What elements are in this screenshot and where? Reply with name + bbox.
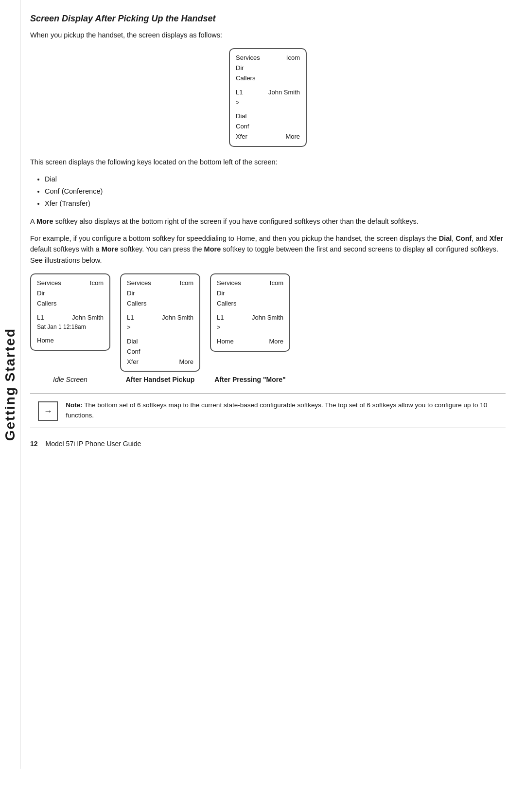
single-phone-screen: Services Icom Dir Callers L1 John Smith … [229, 48, 307, 146]
main-content: Screen Display After Picking Up the Hand… [30, 0, 506, 467]
pickup-row-8: Xfer More [127, 357, 193, 367]
three-screens-row: Services Icom Dir Callers L1 John Smith … [30, 273, 506, 372]
screen-labels-row: Idle Screen After Handset Pickup After P… [30, 376, 506, 383]
sidebar-tab: Getting Started [0, 0, 20, 769]
l1-label: L1 [236, 88, 243, 98]
pickup-row-2: Dir [127, 289, 193, 299]
bullet-item-dial: Dial [45, 173, 506, 185]
screen-row-7: Conf [236, 122, 300, 132]
chevron-label: > [236, 98, 240, 108]
idle-row-5: Sat Jan 1 12:18am [37, 323, 104, 332]
screen-row-3: Callers [236, 73, 300, 84]
screen-row-5: > [236, 98, 300, 108]
pickup-row-3: Callers [127, 299, 193, 309]
screen-row-8: Xfer More [236, 132, 300, 142]
bullet-item-conf: Conf (Conference) [45, 185, 506, 198]
screen-row-2: Dir [236, 63, 300, 73]
sidebar-label: Getting Started [2, 328, 18, 441]
john-smith-label: John Smith [268, 88, 300, 98]
more-callers: Callers [217, 299, 236, 309]
more-chevron: > [217, 323, 221, 333]
xfer-label: Xfer [236, 132, 247, 142]
screen-row-4: L1 John Smith [236, 88, 300, 98]
pickup-johnsmith: John Smith [162, 313, 193, 323]
pickup-xfer: Xfer [127, 357, 139, 367]
pickup-l1: L1 [127, 313, 134, 323]
more-row-6: Home More [217, 337, 283, 347]
note-arrow-icon: → [38, 401, 58, 421]
more-services: Services [217, 278, 241, 289]
more-more: More [269, 337, 283, 347]
footer-title: Model 57i IP Phone User Guide [46, 440, 141, 448]
more-row-2: Dir [217, 289, 283, 299]
more-row-1: Services Icom [217, 278, 283, 289]
idle-screen: Services Icom Dir Callers L1 John Smith … [30, 273, 110, 351]
more-screen: Services Icom Dir Callers L1 John Smith … [210, 273, 290, 352]
pickup-chevron: > [127, 323, 131, 333]
pickup-row-6: Dial [127, 337, 193, 347]
pickup-dir: Dir [127, 289, 135, 299]
idle-row-1: Services Icom [37, 278, 104, 289]
idle-icom: Icom [90, 278, 104, 289]
more-row-3: Callers [217, 299, 283, 309]
note-body: The bottom set of 6 softkeys map to the … [66, 401, 487, 418]
note-bold-label: Note: [66, 401, 83, 409]
keys-intro-text: This screen displays the following keys … [30, 157, 506, 167]
more-row-4: L1 John Smith [217, 313, 283, 323]
pickup-row-1: Services Icom [127, 278, 193, 289]
intro-text: When you pickup the handset, the screen … [30, 30, 506, 40]
bullet-list: Dial Conf (Conference) Xfer (Transfer) [45, 173, 506, 209]
more-row-5: > [217, 323, 283, 333]
pickup-services: Services [127, 278, 151, 289]
screen-row-6: Dial [236, 111, 300, 122]
example-text: For example, if you configure a bottom s… [30, 233, 506, 266]
footer: 12 Model 57i IP Phone User Guide [30, 440, 506, 448]
icom-label: Icom [286, 53, 300, 63]
idle-l1: L1 [37, 313, 44, 323]
idle-screen-label: Idle Screen [30, 376, 110, 383]
idle-johnsmith: John Smith [72, 313, 104, 323]
idle-row-2: Dir [37, 289, 104, 299]
section-heading: Screen Display After Picking Up the Hand… [30, 14, 506, 24]
idle-datetime: Sat Jan 1 12:18am [37, 323, 86, 332]
note-box: → Note: The bottom set of 6 softkeys map… [30, 393, 506, 428]
idle-services: Services [37, 278, 61, 289]
more-l1: L1 [217, 313, 224, 323]
more-icom: Icom [270, 278, 283, 289]
idle-row-6: Home [37, 336, 104, 346]
pickup-screen-label: After Handset Pickup [120, 376, 200, 383]
more-label: More [285, 132, 300, 142]
pickup-screen: Services Icom Dir Callers L1 John Smith … [120, 273, 200, 372]
pickup-callers: Callers [127, 299, 146, 309]
idle-callers: Callers [37, 299, 56, 309]
idle-home: Home [37, 336, 54, 346]
conf-label: Conf [236, 122, 249, 132]
idle-row-3: Callers [37, 299, 104, 309]
more-dir: Dir [217, 289, 225, 299]
bullet-item-xfer: Xfer (Transfer) [45, 198, 506, 210]
more-home: Home [217, 337, 234, 347]
more-softkey-text: A More softkey also displays at the bott… [30, 216, 506, 227]
pickup-dial: Dial [127, 337, 138, 347]
dial-label: Dial [236, 111, 246, 122]
pickup-row-7: Conf [127, 347, 193, 357]
footer-page-number: 12 [30, 440, 38, 448]
idle-dir: Dir [37, 289, 45, 299]
pickup-more: More [179, 357, 193, 367]
dir-label: Dir [236, 63, 244, 73]
callers-label: Callers [236, 73, 255, 84]
screen-row-1: Services Icom [236, 53, 300, 63]
pickup-row-5: > [127, 323, 193, 333]
single-screen-wrapper: Services Icom Dir Callers L1 John Smith … [30, 48, 506, 146]
services-label: Services [236, 53, 260, 63]
pickup-icom: Icom [180, 278, 193, 289]
more-screen-label: After Pressing "More" [210, 376, 290, 383]
pickup-conf: Conf [127, 347, 140, 357]
note-text: Note: The bottom set of 6 softkeys map t… [66, 400, 498, 420]
idle-row-4: L1 John Smith [37, 313, 104, 323]
more-johnsmith: John Smith [252, 313, 283, 323]
pickup-row-4: L1 John Smith [127, 313, 193, 323]
